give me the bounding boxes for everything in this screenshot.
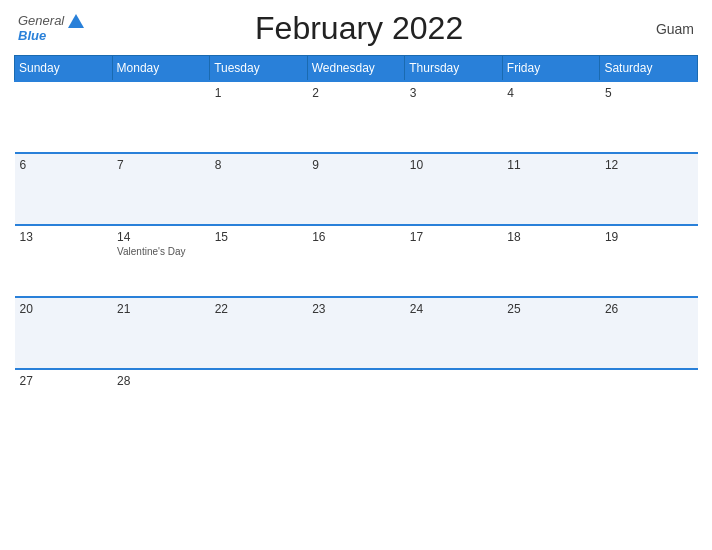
day-number: 3 (410, 86, 498, 100)
day-event: Valentine's Day (117, 246, 205, 257)
day-cell: 13 (15, 225, 113, 297)
day-number: 1 (215, 86, 303, 100)
day-number: 26 (605, 302, 693, 316)
logo-general-text: General (18, 14, 64, 28)
day-cell (210, 369, 308, 441)
day-number: 14 (117, 230, 205, 244)
day-cell: 6 (15, 153, 113, 225)
day-number: 2 (312, 86, 400, 100)
day-cell: 4 (502, 81, 600, 153)
logo-triangle-icon (68, 14, 84, 28)
day-cell (600, 369, 698, 441)
day-cell: 17 (405, 225, 503, 297)
day-number: 17 (410, 230, 498, 244)
day-cell: 16 (307, 225, 405, 297)
day-cell: 23 (307, 297, 405, 369)
day-cell: 14Valentine's Day (112, 225, 210, 297)
region-label: Guam (634, 21, 694, 37)
calendar-container: General Blue February 2022 Guam Sunday M… (0, 0, 712, 550)
day-cell: 24 (405, 297, 503, 369)
day-number: 13 (20, 230, 108, 244)
day-number: 4 (507, 86, 595, 100)
week-row-4: 20212223242526 (15, 297, 698, 369)
day-cell: 1 (210, 81, 308, 153)
day-cell: 19 (600, 225, 698, 297)
day-cell (307, 369, 405, 441)
header-wednesday: Wednesday (307, 56, 405, 82)
day-cell: 11 (502, 153, 600, 225)
day-number: 22 (215, 302, 303, 316)
header-thursday: Thursday (405, 56, 503, 82)
calendar-header: General Blue February 2022 Guam (14, 10, 698, 47)
day-number: 10 (410, 158, 498, 172)
day-cell: 25 (502, 297, 600, 369)
day-number: 16 (312, 230, 400, 244)
header-monday: Monday (112, 56, 210, 82)
week-row-1: 12345 (15, 81, 698, 153)
day-number: 19 (605, 230, 693, 244)
day-cell: 5 (600, 81, 698, 153)
day-number: 9 (312, 158, 400, 172)
day-cell: 21 (112, 297, 210, 369)
day-cell: 3 (405, 81, 503, 153)
week-row-3: 1314Valentine's Day1516171819 (15, 225, 698, 297)
day-cell: 15 (210, 225, 308, 297)
day-cell: 27 (15, 369, 113, 441)
day-number: 24 (410, 302, 498, 316)
day-number: 21 (117, 302, 205, 316)
day-cell (112, 81, 210, 153)
day-number: 28 (117, 374, 205, 388)
day-cell (15, 81, 113, 153)
week-row-2: 6789101112 (15, 153, 698, 225)
day-cell: 8 (210, 153, 308, 225)
day-cell: 20 (15, 297, 113, 369)
calendar-title: February 2022 (84, 10, 634, 47)
header-friday: Friday (502, 56, 600, 82)
header-saturday: Saturday (600, 56, 698, 82)
day-cell: 9 (307, 153, 405, 225)
weekday-header-row: Sunday Monday Tuesday Wednesday Thursday… (15, 56, 698, 82)
day-number: 6 (20, 158, 108, 172)
day-number: 5 (605, 86, 693, 100)
day-number: 18 (507, 230, 595, 244)
day-cell: 10 (405, 153, 503, 225)
week-row-5: 2728 (15, 369, 698, 441)
day-number: 15 (215, 230, 303, 244)
day-number: 25 (507, 302, 595, 316)
day-cell: 28 (112, 369, 210, 441)
day-cell (405, 369, 503, 441)
logo-blue-text: Blue (18, 29, 46, 43)
day-cell: 22 (210, 297, 308, 369)
day-number: 11 (507, 158, 595, 172)
day-number: 20 (20, 302, 108, 316)
day-cell (502, 369, 600, 441)
day-cell: 2 (307, 81, 405, 153)
day-cell: 26 (600, 297, 698, 369)
day-number: 23 (312, 302, 400, 316)
day-cell: 18 (502, 225, 600, 297)
header-tuesday: Tuesday (210, 56, 308, 82)
day-number: 27 (20, 374, 108, 388)
day-cell: 12 (600, 153, 698, 225)
calendar-table: Sunday Monday Tuesday Wednesday Thursday… (14, 55, 698, 441)
logo: General Blue (18, 14, 84, 43)
day-number: 7 (117, 158, 205, 172)
day-cell: 7 (112, 153, 210, 225)
day-number: 12 (605, 158, 693, 172)
header-sunday: Sunday (15, 56, 113, 82)
day-number: 8 (215, 158, 303, 172)
